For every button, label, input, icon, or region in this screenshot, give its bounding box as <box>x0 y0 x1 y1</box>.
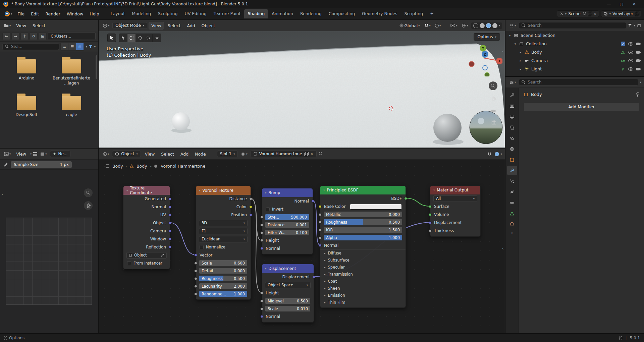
shading-wireframe-icon[interactable] <box>473 23 478 28</box>
socket-object-out[interactable] <box>168 222 171 225</box>
fb-menu-view[interactable]: View <box>14 22 29 29</box>
snapping-icon[interactable] <box>486 151 493 157</box>
section-subsurface[interactable]: ▸Subsurface <box>320 256 406 264</box>
overlays-icon[interactable]: ▾ <box>460 23 469 28</box>
properties-tab-particles[interactable] <box>507 176 517 186</box>
socket-vector-in[interactable] <box>194 254 197 257</box>
proportional-edit-icon[interactable]: ▾ <box>434 23 442 28</box>
base-color-swatch[interactable] <box>350 204 402 210</box>
new-collection-icon[interactable] <box>637 23 641 28</box>
ior-slider[interactable]: IOR1.500 <box>323 227 402 233</box>
zoom-icon[interactable] <box>489 81 497 90</box>
add-modifier-button[interactable]: Add Modifier <box>524 102 639 111</box>
shading-solid-icon[interactable] <box>480 23 485 28</box>
section-specular[interactable]: ▸Specular <box>320 264 406 271</box>
collapse-icon[interactable]: ▾ <box>126 189 128 192</box>
detail-slider[interactable]: Detail0.000 <box>199 268 248 274</box>
node-header[interactable]: ▾Voronoi Texture <box>196 186 251 195</box>
breadcrumb-material[interactable]: Voronoi Hammertone <box>161 164 205 169</box>
disclosure-icon[interactable]: ▾ <box>508 34 512 37</box>
section-sheen[interactable]: ▸Sheen <box>320 285 406 292</box>
filter-dropdown[interactable]: ▾ <box>94 45 96 48</box>
zoom-icon[interactable] <box>84 188 93 197</box>
eyedropper-icon[interactable] <box>3 162 8 167</box>
object-pointer-field[interactable]: Object <box>126 252 167 259</box>
se-menu-view[interactable]: View <box>143 151 157 158</box>
socket-generated-out[interactable] <box>168 197 171 201</box>
menu-edit[interactable]: Edit <box>28 10 42 18</box>
roughness-slider[interactable]: Roughness0.500 <box>323 219 402 225</box>
socket-detail-in[interactable] <box>194 269 197 272</box>
image-browse-icon[interactable]: ▾ <box>39 152 48 157</box>
hide-viewport-icon[interactable] <box>628 67 633 71</box>
editor-type-shader-icon[interactable]: ▾ <box>101 151 110 157</box>
properties-tab-render[interactable] <box>507 101 517 111</box>
node-header[interactable]: ▾Bump <box>262 188 313 197</box>
viewport-options-button[interactable]: Options▾ <box>474 33 500 41</box>
new-folder-button[interactable]: ⊞ <box>39 33 47 40</box>
material-name-field[interactable]: Voronoi Hammertone × <box>251 151 317 157</box>
tab-geometry-nodes[interactable]: Geometry Nodes <box>359 9 400 18</box>
folder-item[interactable]: Arduino <box>4 59 49 86</box>
context-object-name[interactable]: Body <box>531 92 542 97</box>
fb-search-input[interactable] <box>11 44 56 49</box>
collapse-icon[interactable]: ▾ <box>323 188 325 192</box>
region-collapse-icon[interactable]: ‹ <box>502 49 504 54</box>
pin-icon[interactable] <box>582 12 586 16</box>
tab-layout[interactable]: Layout <box>107 9 128 18</box>
light-data-icon[interactable] <box>620 66 625 71</box>
properties-tab-world[interactable] <box>507 144 517 154</box>
world-shader-toggle-icon[interactable] <box>495 152 499 156</box>
editor-type-viewport-icon[interactable]: ▾ <box>101 23 111 28</box>
socket-reflection-out[interactable] <box>168 246 171 249</box>
outliner-row-scene-collection[interactable]: ▾ Scene Collection <box>505 31 644 40</box>
toggle-perspective-grid-icon[interactable] <box>489 118 498 126</box>
se-menu-add[interactable]: Add <box>178 151 191 158</box>
add-workspace-button[interactable]: + <box>427 9 437 18</box>
socket-displacement-out[interactable] <box>312 276 315 279</box>
disable-render-icon[interactable] <box>636 42 641 46</box>
socket-base-color-in[interactable] <box>319 205 322 208</box>
eyedropper-icon[interactable] <box>161 253 164 257</box>
socket-distance-in[interactable] <box>260 223 263 226</box>
properties-options-dropdown[interactable]: ▾ <box>640 80 641 84</box>
fb-menu-select[interactable]: Select <box>30 22 48 29</box>
se-menu-node[interactable]: Node <box>193 151 208 158</box>
gizmo-axis-x-neg[interactable] <box>469 61 474 67</box>
disable-render-icon[interactable] <box>636 50 641 54</box>
vp-menu-select[interactable]: Select <box>165 22 183 29</box>
tab-modeling[interactable]: Modeling <box>128 9 154 18</box>
viewport-canvas[interactable]: Y Z X <box>99 31 505 148</box>
tweak-tool-icon[interactable] <box>119 34 127 42</box>
new-scene-icon[interactable] <box>588 12 592 16</box>
section-emission[interactable]: ▸Emission <box>320 292 406 299</box>
display-thumbnail-icon[interactable]: ⊞ <box>76 43 84 50</box>
select-circle-tool-icon[interactable] <box>136 34 144 42</box>
disable-render-icon[interactable] <box>636 67 641 71</box>
editor-type-file-browser-icon[interactable]: ▾ <box>3 23 12 28</box>
collapse-icon[interactable]: ▾ <box>433 188 435 192</box>
hide-viewport-icon[interactable] <box>628 42 633 46</box>
metallic-slider[interactable]: Metallic0.000 <box>323 211 402 218</box>
forward-button[interactable]: → <box>11 33 19 40</box>
collapse-icon[interactable]: ▾ <box>265 191 266 194</box>
shading-dropdown[interactable]: ▾ <box>499 24 500 27</box>
fake-user-shield-icon[interactable] <box>254 152 257 156</box>
unlink-scene-icon[interactable]: × <box>593 11 597 16</box>
snap-magnet-icon[interactable]: ▾ <box>423 23 432 28</box>
section-transmission[interactable]: ▸Transmission <box>320 271 406 278</box>
tab-texture-paint[interactable]: Texture Paint <box>210 9 244 18</box>
lacunarity-slider[interactable]: Lacunarity2.000 <box>199 283 248 289</box>
back-button[interactable]: ← <box>2 33 10 40</box>
collection-checkbox[interactable]: ✓ <box>621 42 625 46</box>
properties-tab-physics[interactable] <box>507 187 517 196</box>
editor-type-outliner-icon[interactable]: ▾ <box>508 23 517 28</box>
node-voronoi-texture[interactable]: ▾Voronoi Texture Distance Color Position… <box>196 186 251 300</box>
randomness-slider[interactable]: Randomne...1.000 <box>199 291 248 297</box>
outliner-search-input[interactable] <box>528 23 623 28</box>
camera-data-icon[interactable] <box>620 58 625 63</box>
vp-menu-view[interactable]: View <box>149 22 164 29</box>
navigation-gizmo[interactable]: Y Z X <box>466 40 502 76</box>
filter-width-slider[interactable]: Filter W...0.100 <box>265 229 310 236</box>
shader-type-selector[interactable]: Object▾ <box>112 151 141 157</box>
